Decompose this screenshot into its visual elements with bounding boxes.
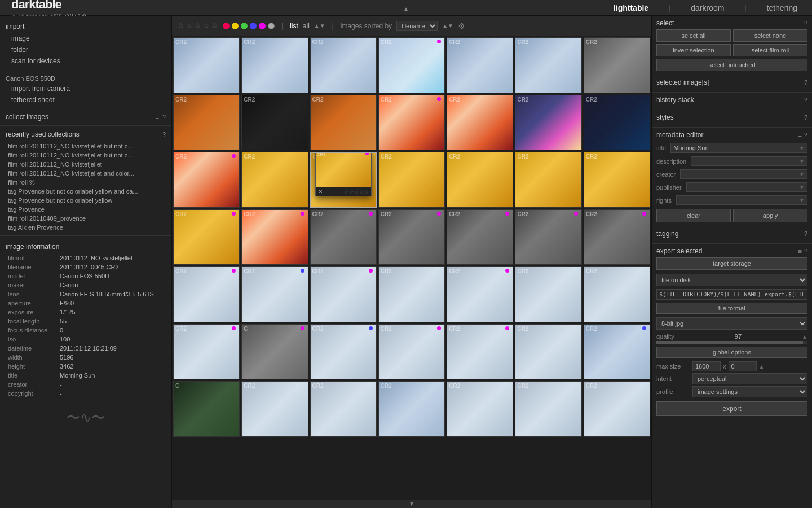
creator-field-value[interactable]: ▼ — [680, 169, 807, 179]
photo-cell-39[interactable]: CR2 — [447, 324, 513, 380]
photo-cell-38[interactable]: CR2 — [378, 324, 445, 380]
photo-cell-0[interactable]: CR2 — [173, 37, 240, 93]
view-all-btn[interactable]: all — [303, 22, 310, 30]
photo-cell-14[interactable]: CR2 — [173, 152, 240, 208]
photo-cell-29[interactable]: CR2 — [241, 266, 308, 322]
select-info-icon[interactable]: ? — [804, 20, 807, 27]
star-0[interactable]: ☆ — [178, 21, 184, 30]
quality-up-icon[interactable]: ▲ — [802, 334, 807, 340]
camera-tether-item[interactable]: tethered shoot — [0, 94, 171, 106]
tagging-icon[interactable]: ? — [804, 230, 807, 237]
filter-dot-blue[interactable] — [250, 23, 257, 29]
recent-item-7[interactable]: tag Provence — [0, 205, 171, 214]
photo-cell-2[interactable]: CR2 — [310, 37, 377, 93]
photo-cell-45[interactable]: CR2 — [378, 381, 445, 437]
select-untouched-button[interactable]: select untouched — [656, 59, 807, 71]
recent-item-0[interactable]: film roll 20110112_NO-kvistef­jellet but… — [0, 142, 171, 151]
photo-cell-37[interactable]: CR2 — [310, 324, 377, 380]
export-button[interactable]: export — [656, 401, 807, 416]
photo-cell-32[interactable]: CR2 — [447, 266, 513, 322]
photo-cell-44[interactable]: CR2 — [310, 381, 377, 437]
metadata-info-icon[interactable]: ? — [804, 132, 807, 138]
camera-import-item[interactable]: import from camera — [0, 83, 171, 94]
photo-cell-8[interactable]: CR2 — [241, 95, 308, 151]
photo-cell-25[interactable]: CR2 — [447, 209, 513, 265]
description-field-value[interactable]: ▼ — [691, 156, 807, 166]
photo-cell-36[interactable]: C — [241, 324, 308, 380]
styles-icon[interactable]: ? — [804, 114, 807, 121]
collect-info-icon[interactable]: ? — [162, 113, 166, 120]
history-stack-icon[interactable]: ? — [804, 97, 807, 103]
filter-dot-yellow[interactable] — [232, 23, 239, 29]
quality-slider[interactable] — [656, 341, 807, 344]
recent-item-5[interactable]: tag Provence but not colorlabel yellow a… — [0, 187, 171, 196]
storage-select[interactable]: file on disk — [656, 274, 807, 286]
popup-close-icon[interactable]: ✕ — [318, 189, 323, 195]
photo-cell-34[interactable]: CR2 — [584, 266, 650, 322]
invert-selection-button[interactable]: invert selection — [656, 44, 731, 56]
photo-cell-21[interactable]: CR2 — [173, 209, 240, 265]
bottom-arrow[interactable]: ▼ — [172, 500, 651, 508]
photo-cell-24[interactable]: CR2 — [378, 209, 445, 265]
star-3[interactable]: ☆ — [203, 21, 210, 30]
recent-info-icon[interactable]: ? — [162, 131, 166, 138]
metadata-apply-button[interactable]: apply — [733, 209, 807, 222]
collect-list-icon[interactable]: ≡ — [155, 113, 158, 120]
maxsize-height-input[interactable] — [729, 361, 757, 371]
photo-cell-5[interactable]: CR2 — [515, 37, 581, 93]
photo-cell-6[interactable]: CR2 — [584, 37, 650, 93]
photo-cell-48[interactable]: CR2 — [584, 381, 650, 437]
photo-cell-23[interactable]: CR2 — [310, 209, 377, 265]
nav-lighttable[interactable]: lighttable — [610, 2, 652, 14]
profile-select[interactable]: image settings — [692, 386, 807, 397]
import-section-header[interactable]: import — [0, 20, 171, 33]
export-info-icon[interactable]: ? — [804, 248, 807, 255]
rights-field-value[interactable]: ▼ — [676, 195, 807, 205]
photo-cell-22[interactable]: CR2 — [241, 209, 308, 265]
photo-cell-7[interactable]: CR2 — [173, 95, 240, 151]
photo-cell-4[interactable]: CR2 — [447, 37, 513, 93]
photo-cell-20[interactable]: CR2 — [584, 152, 650, 208]
select-film-roll-button[interactable]: select film roll — [733, 44, 807, 56]
photo-cell-33[interactable]: CR2 — [515, 266, 581, 322]
select-none-button[interactable]: select none — [733, 29, 807, 42]
filter-dot-gray[interactable] — [268, 23, 275, 29]
global-options-button[interactable]: global options — [656, 347, 807, 358]
photo-cell-41[interactable]: CR2 — [584, 324, 650, 380]
filter-dot-magenta[interactable] — [259, 23, 266, 29]
selected-images-icon[interactable]: ? — [804, 79, 807, 86]
photo-cell-40[interactable]: CR2 — [515, 324, 581, 380]
maxsize-width-input[interactable] — [692, 361, 721, 371]
path-input[interactable] — [656, 289, 807, 300]
nav-tethering[interactable]: tethering — [764, 2, 801, 14]
target-storage-button[interactable]: target storage — [656, 257, 807, 270]
photo-cell-35[interactable]: CR2 — [173, 324, 240, 380]
maxsize-up-icon[interactable]: ▲ — [759, 364, 765, 370]
photo-cell-26[interactable]: CR2 — [515, 209, 581, 265]
format-select[interactable]: 8-bit jpg — [656, 317, 807, 330]
recent-item-8[interactable]: film roll 20110409_provence — [0, 214, 171, 223]
recent-item-2[interactable]: film roll 20110112_NO-kvistef­jellet — [0, 160, 171, 169]
photo-cell-19[interactable]: CR2 — [515, 152, 581, 208]
select-all-button[interactable]: select all — [656, 29, 731, 42]
top-arrow[interactable]: ▲ — [403, 6, 409, 12]
sort-arrow[interactable]: ▲▼ — [442, 23, 453, 29]
photo-cell-46[interactable]: CR2 — [447, 381, 513, 437]
file-format-button[interactable]: file format — [656, 303, 807, 314]
metadata-list-icon[interactable]: ≡ — [798, 132, 801, 138]
photo-cell-3[interactable]: CR2 — [378, 37, 445, 93]
recent-item-6[interactable]: tag Provence but not colorlabel yellow — [0, 196, 171, 205]
photo-cell-43[interactable]: CR2 — [241, 381, 308, 437]
import-folder-item[interactable]: folder — [0, 44, 171, 55]
photo-cell-18[interactable]: CR2 — [447, 152, 513, 208]
photo-cell-16[interactable]: CR2 CR2 ✕ ☆ ☆ ☆ ☆ — [310, 152, 377, 208]
view-list-btn[interactable]: list — [290, 22, 298, 30]
recent-item-3[interactable]: film roll 20110112_NO-kvistef­jellet and… — [0, 169, 171, 178]
import-image-item[interactable]: image — [0, 33, 171, 44]
sort-select[interactable]: filename datetime rating — [396, 21, 438, 31]
photo-cell-9[interactable]: CR2 — [310, 95, 377, 151]
metadata-clear-button[interactable]: clear — [656, 209, 731, 222]
photo-cell-30[interactable]: CR2 — [310, 266, 377, 322]
photo-cell-17[interactable]: CR2 — [378, 152, 445, 208]
gear-icon[interactable]: ⚙ — [458, 21, 465, 30]
